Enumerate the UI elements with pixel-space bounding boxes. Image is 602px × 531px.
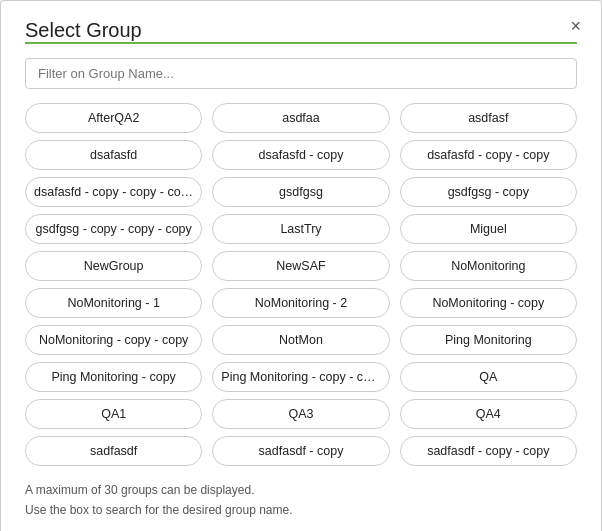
group-button[interactable]: sadfasdf - copy (212, 436, 389, 466)
group-button[interactable]: dsafasfd (25, 140, 202, 170)
group-button[interactable]: Ping Monitoring - copy (25, 362, 202, 392)
group-button[interactable]: QA4 (400, 399, 577, 429)
group-button[interactable]: asdfasf (400, 103, 577, 133)
group-button[interactable]: QA1 (25, 399, 202, 429)
group-button[interactable]: NoMonitoring (400, 251, 577, 281)
group-button[interactable]: Ping Monitoring - copy - copy (212, 362, 389, 392)
close-button[interactable]: × (566, 15, 585, 37)
group-button[interactable]: dsafasfd - copy (212, 140, 389, 170)
group-button[interactable]: NoMonitoring - 1 (25, 288, 202, 318)
footer-line1: A maximum of 30 groups can be displayed. (25, 480, 577, 500)
dialog-title: Select Group (25, 19, 142, 41)
group-button[interactable]: asdfaa (212, 103, 389, 133)
group-button[interactable]: sadfasdf (25, 436, 202, 466)
group-button[interactable]: Miguel (400, 214, 577, 244)
group-button[interactable]: sadfasdf - copy - copy (400, 436, 577, 466)
group-button[interactable]: QA (400, 362, 577, 392)
group-button[interactable]: NoMonitoring - copy - copy (25, 325, 202, 355)
footer-text: A maximum of 30 groups can be displayed.… (25, 480, 577, 521)
group-button[interactable]: NoMonitoring - copy (400, 288, 577, 318)
group-button[interactable]: LastTry (212, 214, 389, 244)
title-divider (25, 42, 577, 44)
group-button[interactable]: Ping Monitoring (400, 325, 577, 355)
group-button[interactable]: gsdfgsg (212, 177, 389, 207)
group-button[interactable]: NoMonitoring - 2 (212, 288, 389, 318)
group-button[interactable]: gsdfgsg - copy (400, 177, 577, 207)
group-button[interactable]: dsafasfd - copy - copy - copy (25, 177, 202, 207)
group-button[interactable]: NewGroup (25, 251, 202, 281)
filter-input[interactable] (25, 58, 577, 89)
group-button[interactable]: QA3 (212, 399, 389, 429)
groups-grid: AfterQA2asdfaaasdfasfdsafasfddsafasfd - … (25, 103, 577, 466)
group-button[interactable]: AfterQA2 (25, 103, 202, 133)
group-button[interactable]: gsdfgsg - copy - copy - copy (25, 214, 202, 244)
group-button[interactable]: NewSAF (212, 251, 389, 281)
group-button[interactable]: dsafasfd - copy - copy (400, 140, 577, 170)
group-button[interactable]: NotMon (212, 325, 389, 355)
select-group-dialog: Select Group × AfterQA2asdfaaasdfasfdsaf… (0, 0, 602, 531)
footer-line2: Use the box to search for the desired gr… (25, 500, 577, 520)
